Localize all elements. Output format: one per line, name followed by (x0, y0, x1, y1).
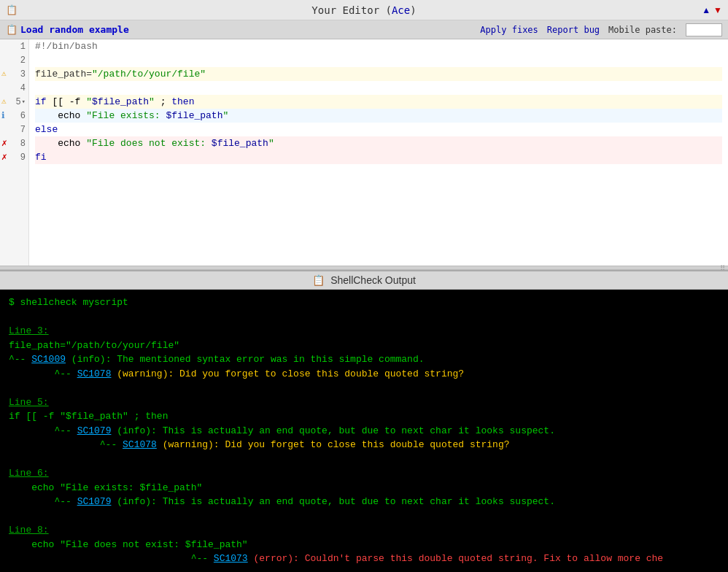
mobile-paste-input[interactable] (686, 23, 722, 36)
top-bar-left: 📋 (6, 4, 18, 15)
top-bar-right: ▲ ▼ (702, 5, 722, 15)
apply-fixes-link[interactable]: Apply fixes (480, 25, 538, 35)
sc1079-link-1[interactable]: SC1079 (77, 425, 112, 436)
gutter-row-7: 7 (0, 123, 28, 136)
line3-ref[interactable]: Line 3: (9, 325, 49, 336)
output-header: 📋 ShellCheck Output (0, 271, 728, 290)
output-section: 📋 ShellCheck Output $ shellcheck myscrip… (0, 271, 728, 572)
gutter-row-6: ℹ 6 (0, 109, 28, 123)
warn-icon-5: ⚠ (1, 98, 7, 106)
sc1009-link[interactable]: SC1009 (31, 354, 66, 365)
gutter-row-4: 4 (0, 81, 28, 95)
code-line-4 (35, 81, 722, 95)
copy-icon-output: 📋 (312, 274, 325, 286)
gutter-row-9: ✗ 9 (0, 150, 28, 164)
editor-header-right: Apply fixes Report bug Mobile paste: (480, 23, 722, 36)
shell-command: $ shellcheck myscript (9, 295, 719, 310)
sc1078-link-2[interactable]: SC1078 (123, 439, 157, 450)
code-line-8: echo "File does not exist: $file_path" (35, 136, 722, 150)
code-line-1: #!/bin/bash (35, 39, 722, 53)
code-line-7: else (35, 123, 722, 136)
line5-ref[interactable]: Line 5: (9, 397, 49, 408)
code-editor[interactable]: 1 2 ⚠ 3 4 ⚠ 5 ▾ ℹ 6 (0, 39, 728, 266)
gutter-row-8: ✗ 8 (0, 136, 28, 150)
output-block-line5: Line 5: if [[ -f "$file_path" ; then ^--… (9, 395, 719, 452)
sc1079-link-2[interactable]: SC1079 (77, 496, 112, 507)
code-line-2 (35, 53, 722, 67)
output-block-line6: Line 6: echo "File exists: $file_path" ^… (9, 466, 719, 509)
copy-icon-top: 📋 (6, 4, 18, 15)
editor-header: 📋 Load random example Apply fixes Report… (0, 20, 728, 39)
code-line-9: fi (35, 150, 722, 164)
arrow-down-button[interactable]: ▼ (713, 5, 722, 15)
copy-icon-editor: 📋 (6, 24, 18, 35)
gutter-row-2: 2 (0, 53, 28, 67)
code-content[interactable]: #!/bin/bash file_path="/path/to/your/fil… (29, 39, 728, 266)
code-line-3: file_path="/path/to/your/file" (35, 67, 722, 81)
editor-section: 📋 Load random example Apply fixes Report… (0, 20, 728, 271)
editor-header-left: 📋 Load random example (6, 24, 129, 35)
resize-handle[interactable]: ⠿ (0, 266, 728, 270)
output-body: $ shellcheck myscript Line 3: file_path=… (0, 290, 728, 572)
output-block-line8: Line 8: echo "File does not exist: $file… (9, 523, 719, 566)
warn-icon-3: ⚠ (1, 70, 7, 78)
top-bar: 📋 Your Editor (Ace) ▲ ▼ (0, 0, 728, 20)
arrow-up-button[interactable]: ▲ (702, 5, 710, 15)
gutter-row-1: 1 (0, 39, 28, 53)
editor-title: Your Editor (Ace) (311, 4, 416, 16)
sc1073-link[interactable]: SC1073 (214, 553, 248, 564)
gutter-row-3: ⚠ 3 (0, 67, 28, 81)
gutter-row-5: ⚠ 5 ▾ (0, 95, 28, 109)
line8-ref[interactable]: Line 8: (9, 525, 49, 536)
code-line-5: if [[ -f "$file_path" ; then (35, 95, 722, 109)
info-icon-6: ℹ (1, 112, 5, 120)
code-line-6: echo "File exists: $file_path" (35, 109, 722, 123)
output-title: ShellCheck Output (330, 274, 416, 286)
line6-ref[interactable]: Line 6: (9, 468, 49, 479)
error-icon-8: ✗ (1, 139, 7, 148)
output-block-line3: Line 3: file_path="/path/to/your/file" ^… (9, 324, 719, 381)
load-random-link[interactable]: Load random example (20, 24, 129, 35)
mobile-paste-label: Mobile paste: (608, 25, 677, 35)
line-gutter: 1 2 ⚠ 3 4 ⚠ 5 ▾ ℹ 6 (0, 39, 29, 266)
report-bug-link[interactable]: Report bug (547, 25, 600, 35)
sc1078-link-1[interactable]: SC1078 (77, 368, 112, 379)
error-icon-9: ✗ (1, 152, 7, 162)
